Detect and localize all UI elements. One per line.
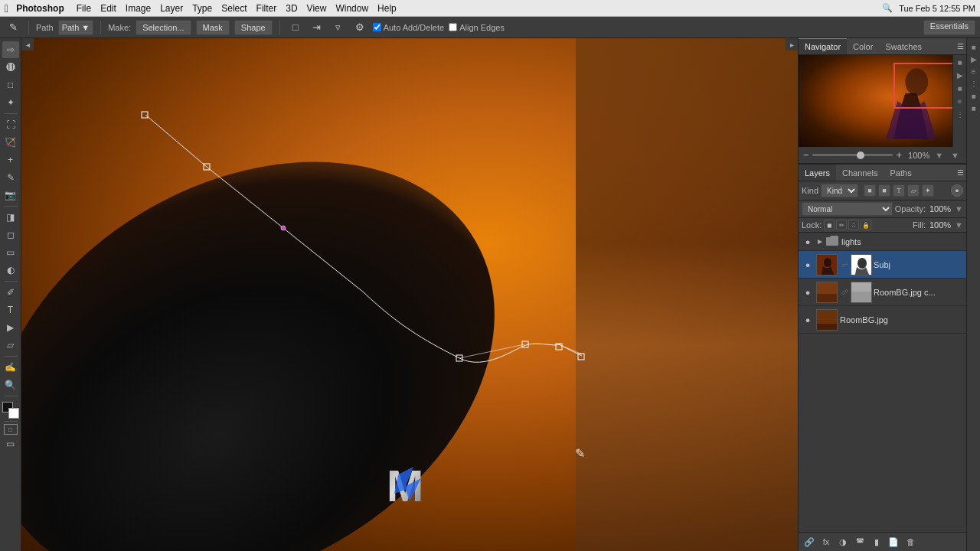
menu-window[interactable]: Window [335,3,368,14]
selection-button[interactable]: Selection... [136,20,191,35]
group-expand-lights[interactable] [814,236,826,248]
pen-tool[interactable]: ✐ [2,284,19,301]
filter-toggle[interactable]: ● [951,184,963,197]
nav-collapse-left[interactable]: ▼ [933,151,946,160]
zoom-tool[interactable]: 🔍 [2,377,19,393]
fill-arrow[interactable]: ▼ [955,220,963,230]
menu-help[interactable]: Help [377,3,397,14]
add-mask-btn[interactable]: ◑ [835,535,851,549]
nav-tool-4[interactable]: ≡ [955,96,965,106]
left-panel-collapse[interactable]: ◂ [21,38,34,51]
tab-swatches[interactable]: Swatches [879,38,928,54]
lasso-tool[interactable]: ⓫ [2,59,19,76]
crop-tool[interactable]: ⛶ [2,116,19,133]
menu-file[interactable]: File [77,3,91,14]
screen-mode[interactable]: ▭ [2,435,19,452]
layer-chain-subj[interactable]: ☍ [840,254,849,276]
menu-type[interactable]: Type [192,3,212,14]
layer-visibility-lights[interactable]: ● [802,236,814,248]
menu-image[interactable]: Image [126,3,151,14]
eyedropper-tool[interactable]: 🏹 [2,134,19,151]
tab-paths[interactable]: Paths [884,165,918,181]
background-color[interactable] [8,408,19,419]
mini-tool-3[interactable]: ≡ [969,66,979,77]
eraser-tool[interactable]: ◻ [2,227,19,243]
history-brush-tool[interactable]: ◨ [2,209,19,226]
shape-tool[interactable]: ▱ [2,337,19,354]
mini-tool-1[interactable]: ■ [969,41,979,52]
gradient-tool[interactable]: ▭ [2,244,19,261]
lock-transparent-icon[interactable]: ◼ [824,220,835,230]
filter-smart-icon[interactable]: ✦ [922,184,934,197]
healing-tool[interactable]: + [2,152,19,168]
tab-layers[interactable]: Layers [799,165,836,181]
tab-channels[interactable]: Channels [836,165,884,181]
opacity-arrow[interactable]: ▼ [955,204,963,214]
clone-tool[interactable]: 📷 [2,187,19,204]
mini-tool-2[interactable]: ▶ [969,54,979,64]
new-group-btn[interactable]: ▮ [869,535,884,549]
pen-tool-icon[interactable]: ✎ [5,19,21,36]
layer-item-roombg-c[interactable]: ● ☍ RoomBG.jpg c... [799,279,966,306]
nav-tool-1[interactable]: ■ [955,57,965,67]
layers-options-icon[interactable]: ☰ [954,165,966,181]
nav-collapse-right[interactable]: ▼ [949,151,962,160]
marquee-tool[interactable]: □ [2,77,19,93]
text-tool[interactable]: T [2,302,19,318]
layer-chain-roombg-c[interactable]: ☍ [840,282,849,303]
move-tool[interactable]: ⇨ [2,41,19,58]
tab-navigator[interactable]: Navigator [799,38,847,54]
filter-shape-icon[interactable]: ▱ [907,184,920,197]
filter-type-icon[interactable]: T [893,184,905,197]
nav-tool-2[interactable]: ▶ [955,70,965,80]
layer-fx-btn[interactable]: fx [818,535,834,549]
layer-visibility-subj[interactable]: ● [802,259,814,271]
layer-visibility-roombg[interactable]: ● [802,314,814,326]
layer-group-lights[interactable]: ● lights [799,233,966,251]
tab-color[interactable]: Color [847,38,879,54]
navigator-options-icon[interactable]: ☰ [954,38,966,55]
menu-layer[interactable]: Layer [160,3,183,14]
spotlight-icon[interactable]: 🔍 [882,3,893,13]
hand-tool[interactable]: ✍ [2,359,19,376]
path-dropdown[interactable]: Path▼ [58,20,94,35]
menu-3d[interactable]: 3D [286,3,297,14]
mini-tool-5[interactable]: ■ [969,90,979,101]
menu-select[interactable]: Select [221,3,247,14]
delete-layer-btn[interactable]: 🗑 [903,535,918,549]
canvas-area[interactable]: ✎ M [21,38,798,551]
layer-visibility-roombg-c[interactable]: ● [802,286,814,298]
apple-menu[interactable]:  [5,2,8,15]
layer-item-roombg[interactable]: ● RoomBG.jpg [799,306,966,334]
layers-list[interactable]: ● lights ● [799,233,966,532]
mini-tool-4[interactable]: ⋮ [969,78,979,89]
auto-add-delete-checkbox[interactable] [373,23,381,31]
filter-pixel-icon[interactable]: ■ [864,184,876,197]
lock-all-icon[interactable]: 🔒 [861,220,871,230]
filter-adjustment-icon[interactable]: ■ [878,184,890,197]
shape-button[interactable]: Shape [234,20,273,35]
new-layer-btn[interactable]: 📄 [886,535,901,549]
workspace-dropdown[interactable]: Essentials [923,20,975,35]
adjustment-layer-btn[interactable]: ◚ [852,535,867,549]
zoom-out-icon[interactable]: − [803,149,809,161]
path-select-tool[interactable]: ▶ [2,319,19,336]
blend-mode-dropdown[interactable]: Normal [802,202,893,216]
zoom-slider[interactable] [812,154,893,156]
nav-tool-5[interactable]: ⋮ [955,109,965,119]
nav-tool-3[interactable]: ■ [955,83,965,93]
mask-button[interactable]: Mask [196,20,230,35]
align-edges-checkbox[interactable] [449,23,457,31]
lock-position-icon[interactable]: ⛬ [848,220,859,230]
lock-pixels-icon[interactable]: ✏ [836,220,847,230]
menu-filter[interactable]: Filter [256,3,277,14]
align-icon[interactable]: ⇥ [309,19,325,36]
menu-view[interactable]: View [307,3,327,14]
filter-kind-dropdown[interactable]: Kind [821,184,858,197]
settings-icon[interactable]: ⚙ [351,19,368,36]
quick-select-tool[interactable]: ✦ [2,94,19,111]
brush-tool[interactable]: ✎ [2,169,19,186]
warp-icon[interactable]: ▿ [330,19,347,36]
transform-icon[interactable]: □ [287,19,304,36]
link-layers-btn[interactable]: 🔗 [802,535,817,549]
